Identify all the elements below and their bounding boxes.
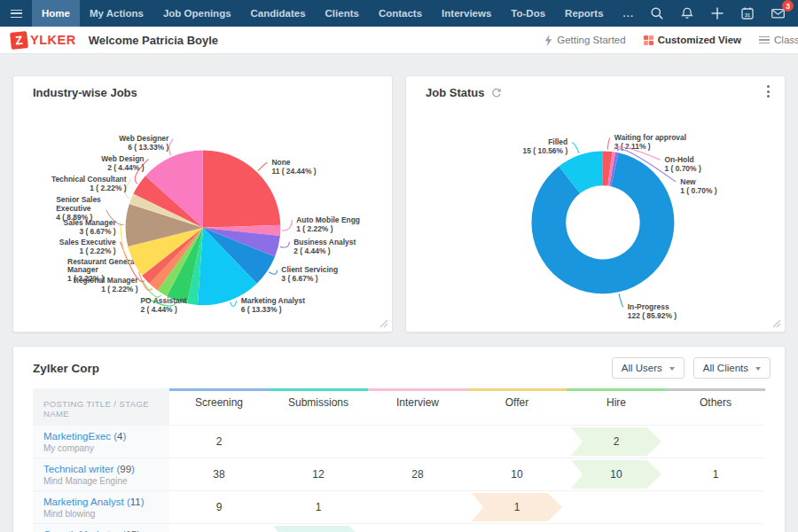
stage-cell-screening: 2 [169, 426, 269, 458]
job-status-donut-chart[interactable]: Waiting for approval3 ( 2.11% )On-Hold1 … [406, 76, 785, 332]
nav-item-candidates[interactable]: Candidates [241, 0, 316, 27]
hamburger-menu-icon[interactable] [0, 0, 32, 27]
nav-items: HomeMy ActionsJob OpeningsCandidatesClie… [32, 0, 644, 27]
slice-label-auto-mobile-engg: 1 ( 2.22% ) [296, 224, 332, 233]
job-posting-link[interactable]: MarketingExec (4) [43, 431, 126, 442]
notifications-bell-icon[interactable] [676, 2, 699, 25]
stage-chip[interactable]: 5 [273, 526, 364, 532]
lightning-icon [544, 35, 552, 46]
candidate-count: 99 [120, 464, 131, 474]
card-more-menu-icon[interactable] [762, 85, 774, 98]
nav-item-home[interactable]: Home [32, 0, 80, 27]
slice-label-restaurant-general-manager: 1 ( 2.22% ) [67, 274, 104, 283]
slice-label-po-assistant: PO Assistant [140, 296, 186, 305]
slice-label-sales-manager: 3 ( 6.67% ) [79, 227, 115, 236]
nav-item-clients[interactable]: Clients [316, 0, 369, 27]
customized-view-button[interactable]: Customized View [644, 35, 741, 45]
stage-cell-screening: 9 [169, 491, 269, 523]
header-actions: Getting Started Customized View Classic … [544, 35, 798, 46]
pipeline-table-header: POSTING TITLE / STAGE NAMEScreeningSubmi… [33, 388, 763, 425]
industry-jobs-title: Industry-wise Jobs [33, 86, 137, 99]
job-status-card: Job Status Waiting for approval3 ( 2.11%… [405, 75, 786, 332]
stage-cell-others: 1 [666, 458, 765, 490]
slice-label-web-design: Web Design [101, 154, 144, 163]
slice-label-none: 11 ( 24.44% ) [271, 167, 316, 176]
column-header-offer: Offer [467, 388, 567, 425]
slice-label-regional-manager: 1 ( 2.22% ) [101, 285, 137, 293]
slice-label-marketing-analyst: Marketing Analyst [241, 296, 306, 305]
job-posting-link[interactable]: Marketing Analyst (11) [43, 497, 145, 507]
pipeline-title: Zylker Corp [33, 362, 99, 375]
slice-label-filled: Filled [548, 137, 567, 146]
industry-wise-jobs-card: Industry-wise Jobs None11 ( 24.44% )Auto… [12, 75, 393, 332]
nav-item-reports[interactable]: Reports [555, 0, 613, 27]
resize-grip[interactable] [771, 318, 781, 328]
industry-jobs-pie-chart[interactable]: None11 ( 24.44% )Auto Mobile Engg1 ( 2.2… [13, 76, 392, 332]
search-icon[interactable] [645, 2, 669, 25]
slice-label-new: 1 ( 0.70% ) [680, 186, 716, 195]
getting-started-link[interactable]: Getting Started [544, 35, 625, 46]
nav-item-contacts[interactable]: Contacts [369, 0, 432, 27]
stage-chip[interactable]: 2 [571, 427, 661, 456]
slice-label-web-designer: Web Designer [119, 134, 169, 143]
label-leader-line [169, 139, 173, 156]
slice-label-technical-consultant: Technical Consultant [51, 175, 127, 184]
stage-cell-others: 1 [666, 524, 765, 532]
slice-label-po-assistant: 2 ( 4.44% ) [140, 305, 176, 314]
slice-label-business-analyst: Business Analyst [293, 238, 356, 246]
slice-label-on-hold: On-Hold [664, 155, 693, 164]
stage-chip[interactable]: 1 [472, 493, 562, 521]
stage-cell-offer [467, 426, 567, 458]
classic-view-button[interactable]: Classic View [759, 35, 798, 45]
column-header-screening: Screening [169, 388, 269, 425]
mail-icon[interactable]: 3 [766, 2, 789, 25]
pipeline-table: POSTING TITLE / STAGE NAMEScreeningSubmi… [33, 388, 763, 532]
nav-item-job-openings[interactable]: Job Openings [153, 0, 241, 27]
svg-text:31: 31 [745, 12, 750, 18]
table-row: Growth Marketer (15)ACME Corp.951 [33, 523, 763, 532]
calendar-icon[interactable]: 31 [736, 2, 759, 25]
column-header-hire: Hire [567, 388, 666, 425]
job-company: My company [43, 444, 94, 453]
posting-title-cell: Growth Marketer (15)ACME Corp. [33, 524, 169, 532]
zylker-logo-mark: Z [10, 31, 28, 50]
posting-title-cell: MarketingExec (4)My company [33, 426, 169, 458]
job-company: Mind blowing [43, 510, 95, 519]
slice-label-technical-consultant: 1 ( 2.22% ) [90, 184, 126, 192]
chart-slice-none[interactable] [203, 150, 280, 227]
job-status-title: Job Status [426, 86, 502, 99]
stage-cell-interview [368, 426, 467, 458]
stage-cell-hire: 2 [567, 426, 666, 458]
job-posting-link[interactable]: Growth Marketer (15) [43, 529, 140, 532]
table-row: MarketingExec (4)My company22 [33, 425, 763, 458]
nav-item-interviews[interactable]: Interviews [432, 0, 501, 27]
job-company: Mind Manage Engine [43, 477, 128, 486]
refresh-icon[interactable] [491, 88, 502, 98]
slice-label-sales-executive: Sales Executive [59, 238, 116, 246]
stage-chip[interactable]: 10 [571, 460, 661, 489]
nav-more-menu[interactable]: ... [614, 0, 645, 27]
nav-item-my-actions[interactable]: My Actions [80, 0, 153, 27]
list-view-icon [759, 36, 770, 43]
stage-cell-interview: 28 [368, 458, 467, 490]
label-leader-line [280, 242, 290, 247]
all-users-dropdown[interactable]: All Users [612, 357, 685, 379]
label-leader-line [282, 220, 292, 231]
stage-cell-offer: 1 [467, 491, 567, 523]
nav-item-to-dos[interactable]: To-Dos [501, 0, 555, 27]
slice-label-client-servicing: 3 ( 6.67% ) [281, 274, 317, 283]
stage-cell-hire [567, 491, 666, 523]
stage-cell-others [666, 426, 765, 458]
slice-label-filled: 15 ( 10.56% ) [523, 146, 568, 155]
add-new-plus-icon[interactable] [706, 2, 729, 25]
all-clients-dropdown[interactable]: All Clients [693, 357, 771, 379]
job-posting-link[interactable]: Technical writer (99) [43, 464, 135, 474]
label-leader-line [258, 162, 267, 170]
resize-grip[interactable] [379, 318, 388, 328]
slice-label-in-progress: In-Progress [628, 302, 669, 311]
posting-title-cell: Technical writer (99)Mind Manage Engine [33, 458, 169, 490]
slice-label-in-progress: 122 ( 85.92% ) [628, 311, 677, 320]
chevron-down-icon [755, 367, 761, 371]
posting-title-cell: Marketing Analyst (11)Mind blowing [33, 491, 169, 523]
candidate-count: 15 [126, 529, 137, 532]
